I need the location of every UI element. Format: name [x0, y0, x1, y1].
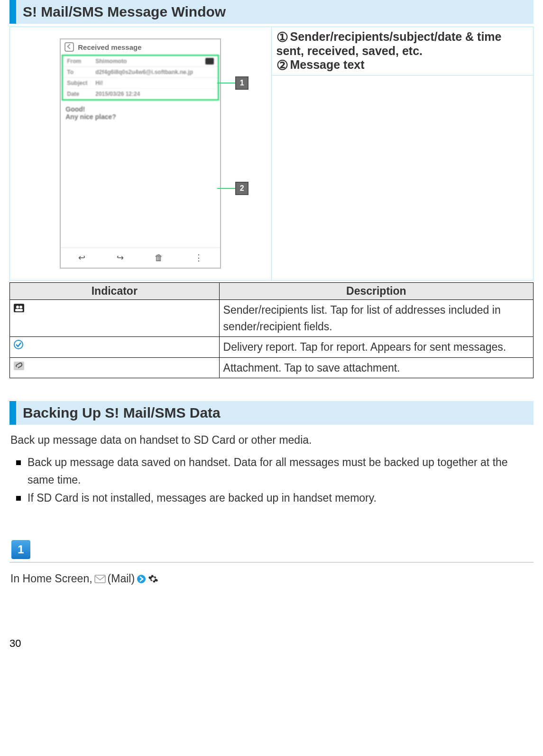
table-row: Attachment. Tap to save attachment. — [10, 357, 534, 378]
description-cell: Delivery report. Tap for report. Appears… — [219, 337, 533, 358]
indicator-table: Indicator Description Sender/recipients … — [9, 282, 534, 378]
svg-point-4 — [14, 340, 23, 349]
list-item: Back up message data saved on handset. D… — [14, 454, 534, 489]
step-text-pre: In Home Screen, — [10, 572, 92, 585]
body-line: Any nice place? — [65, 113, 215, 121]
circled-2-icon: ② — [276, 59, 288, 72]
phone-screenshot-cell: Received message From Shimomoto To d2f4g… — [10, 27, 272, 280]
arrow-next-icon — [137, 574, 146, 584]
overflow-icon: ⋮ — [194, 252, 203, 263]
delivery-check-icon — [14, 339, 23, 352]
mail-label: (Mail) — [108, 572, 135, 585]
circled-1-icon: ① — [276, 31, 288, 44]
to-value: d2f4g6i8q0s2u4w6@i.softbank.ne.jp — [95, 69, 214, 75]
date-label: Date — [67, 91, 95, 97]
subject-label: Subject — [67, 80, 95, 86]
from-label: From — [67, 58, 95, 65]
description-cell: Attachment. Tap to save attachment. — [219, 357, 533, 378]
callout-1: 1 — [217, 76, 248, 90]
legend-text: Sender/recipients/subject/date & time se… — [276, 30, 502, 57]
svg-rect-5 — [14, 362, 24, 370]
step-instruction: In Home Screen, (Mail) — [10, 572, 534, 585]
to-label: To — [67, 69, 95, 75]
list-item: If SD Card is not installed, messages ar… — [14, 489, 534, 507]
people-icon — [14, 302, 24, 315]
from-value: Shimomoto — [95, 58, 205, 65]
th-indicator: Indicator — [10, 283, 220, 300]
legend-cell: ①Sender/recipients/subject/date & time s… — [272, 27, 534, 75]
gear-icon — [148, 574, 158, 584]
indicator-cell — [10, 357, 220, 378]
th-description: Description — [219, 283, 533, 300]
backup-intro: Back up message data on handset to SD Ca… — [10, 431, 533, 449]
message-header-block: From Shimomoto To d2f4g6i8q0s2u4w6@i.sof… — [62, 55, 219, 101]
svg-rect-6 — [95, 575, 105, 583]
delete-icon: 🗑 — [155, 252, 163, 263]
contacts-badge-icon — [205, 58, 214, 65]
description-cell: Sender/recipients list. Tap for list of … — [219, 300, 533, 337]
phone-mockup: Received message From Shimomoto To d2f4g… — [60, 38, 221, 269]
indicator-cell — [10, 337, 220, 358]
step-divider — [9, 562, 534, 563]
legend-item-1: ①Sender/recipients/subject/date & time s… — [276, 30, 529, 58]
date-value: 2015/03/26 12:24 — [95, 91, 214, 97]
svg-point-2 — [19, 306, 22, 308]
reply-all-icon: ↪ — [117, 252, 124, 263]
subject-value: Hi! — [95, 80, 214, 86]
phone-titlebar: Received message — [61, 39, 220, 55]
indicator-cell — [10, 300, 220, 337]
attachment-icon — [14, 360, 24, 373]
message-window-layout: Received message From Shimomoto To d2f4g… — [9, 27, 534, 280]
svg-rect-3 — [15, 309, 23, 311]
svg-point-1 — [16, 306, 19, 308]
mail-app-icon — [94, 574, 106, 584]
message-body: Good! Any nice place? — [61, 101, 220, 248]
body-line: Good! — [65, 105, 215, 113]
backup-bullet-list: Back up message data saved on handset. D… — [14, 454, 534, 507]
table-row: Sender/recipients list. Tap for list of … — [10, 300, 534, 337]
table-row: Delivery report. Tap for report. Appears… — [10, 337, 534, 358]
svg-point-7 — [137, 575, 146, 583]
page-number: 30 — [9, 637, 534, 650]
reply-icon: ↩ — [78, 252, 85, 263]
legend-item-2: ②Message text — [276, 58, 529, 72]
section-heading-message-window: S! Mail/SMS Message Window — [9, 0, 534, 24]
section-heading-backup: Backing Up S! Mail/SMS Data — [9, 401, 534, 425]
phone-title: Received message — [78, 43, 141, 51]
step-number-badge: 1 — [11, 540, 30, 559]
back-icon — [64, 42, 74, 52]
callout-2: 2 — [217, 182, 248, 195]
legend-text: Message text — [290, 58, 365, 71]
phone-toolbar: ↩ ↪ 🗑 ⋮ — [61, 248, 220, 268]
